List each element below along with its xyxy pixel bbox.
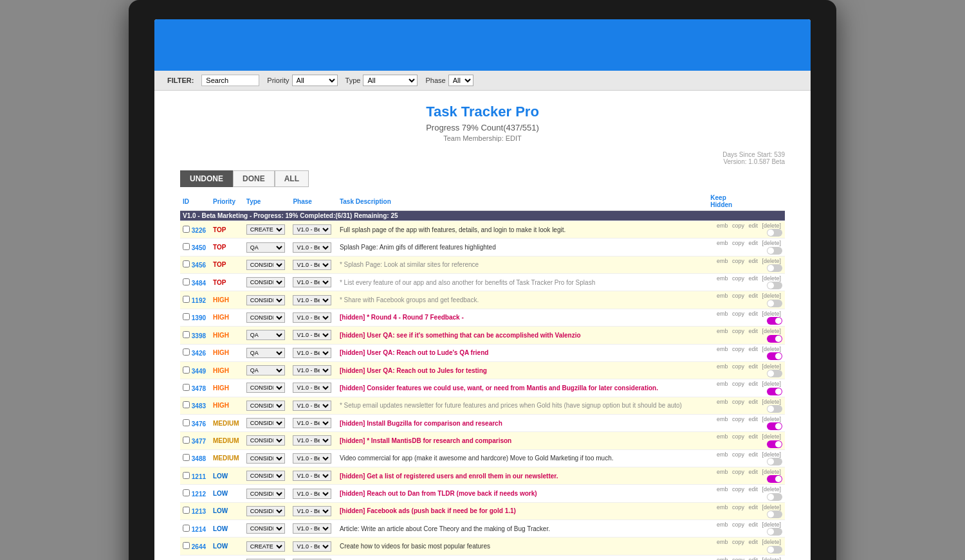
- emb-link[interactable]: emb: [717, 557, 728, 560]
- edit-link[interactable]: edit: [748, 311, 758, 317]
- copy-link[interactable]: copy: [732, 399, 744, 405]
- row-id[interactable]: 3226: [192, 227, 206, 234]
- emb-link[interactable]: emb: [717, 521, 728, 528]
- edit-link[interactable]: edit: [748, 433, 758, 440]
- row-type-select[interactable]: CREATEQABUGCONSIDER: [246, 453, 285, 464]
- edit-link[interactable]: edit: [748, 275, 758, 282]
- row-id[interactable]: 3488: [192, 455, 206, 462]
- row-id[interactable]: 3484: [192, 280, 206, 287]
- edit-link[interactable]: edit: [748, 399, 758, 405]
- copy-link[interactable]: copy: [732, 222, 744, 229]
- delete-link[interactable]: [delete]: [762, 433, 781, 440]
- delete-link[interactable]: [delete]: [762, 504, 781, 510]
- emb-link[interactable]: emb: [717, 311, 728, 317]
- row-type-select[interactable]: CREATEQABUGCONSIDER: [246, 277, 285, 287]
- row-phase-select[interactable]: V1.0 - Beta Marketing: [293, 506, 331, 516]
- row-phase-select[interactable]: V1.0 - Beta Marketing: [293, 295, 331, 305]
- emb-link[interactable]: emb: [717, 399, 728, 405]
- row-type-select[interactable]: CREATEQABUGCONSIDER: [246, 435, 285, 446]
- copy-link[interactable]: copy: [732, 258, 744, 264]
- row-toggle[interactable]: [767, 510, 782, 518]
- emb-link[interactable]: emb: [717, 363, 728, 370]
- row-checkbox[interactable]: [183, 401, 190, 408]
- edit-link[interactable]: edit: [748, 451, 758, 458]
- row-id[interactable]: 3426: [192, 350, 206, 357]
- row-checkbox[interactable]: [183, 542, 190, 549]
- emb-link[interactable]: emb: [717, 504, 728, 510]
- row-checkbox[interactable]: [183, 331, 190, 338]
- row-type-select[interactable]: CREATEQABUGCONSIDER: [246, 242, 285, 253]
- delete-link[interactable]: [delete]: [762, 311, 781, 317]
- edit-link[interactable]: edit: [748, 363, 758, 370]
- row-id[interactable]: 3478: [192, 385, 206, 392]
- row-checkbox[interactable]: [183, 525, 190, 532]
- delete-link[interactable]: [delete]: [762, 521, 781, 528]
- copy-link[interactable]: copy: [732, 381, 744, 387]
- emb-link[interactable]: emb: [717, 416, 728, 422]
- row-id[interactable]: 1211: [192, 473, 206, 480]
- row-checkbox[interactable]: [183, 419, 190, 426]
- row-toggle[interactable]: [767, 458, 782, 465]
- row-checkbox[interactable]: [183, 278, 190, 285]
- copy-link[interactable]: copy: [732, 557, 744, 560]
- tab-all[interactable]: ALL: [275, 170, 309, 187]
- row-checkbox[interactable]: [183, 472, 190, 479]
- emb-link[interactable]: emb: [717, 328, 728, 334]
- emb-link[interactable]: emb: [717, 293, 728, 299]
- row-phase-select[interactable]: V1.0 - Beta Marketing: [293, 260, 331, 270]
- row-toggle[interactable]: [767, 528, 782, 536]
- emb-link[interactable]: emb: [717, 451, 728, 458]
- row-checkbox[interactable]: [183, 507, 190, 514]
- edit-link[interactable]: edit: [748, 416, 758, 422]
- row-type-select[interactable]: CREATEQABUGCONSIDER: [246, 401, 285, 411]
- row-toggle[interactable]: [767, 422, 782, 430]
- search-input[interactable]: [201, 75, 259, 86]
- edit-link[interactable]: edit: [748, 539, 758, 545]
- row-checkbox[interactable]: [183, 489, 190, 496]
- row-checkbox[interactable]: [183, 243, 190, 250]
- emb-link[interactable]: emb: [717, 258, 728, 264]
- row-id[interactable]: 3456: [192, 262, 206, 269]
- copy-link[interactable]: copy: [732, 416, 744, 422]
- row-id[interactable]: 1390: [192, 314, 206, 321]
- tab-done[interactable]: DONE: [233, 170, 275, 187]
- row-phase-select[interactable]: V1.0 - Beta Marketing: [293, 471, 331, 481]
- edit-link[interactable]: edit: [748, 258, 758, 264]
- row-toggle[interactable]: [767, 335, 782, 343]
- row-toggle[interactable]: [767, 493, 782, 501]
- row-phase-select[interactable]: V1.0 - Beta Marketing: [293, 453, 331, 464]
- row-phase-select[interactable]: V1.0 - Beta Marketing: [293, 242, 331, 253]
- row-id[interactable]: 1212: [192, 491, 206, 498]
- delete-link[interactable]: [delete]: [762, 275, 781, 282]
- copy-link[interactable]: copy: [732, 486, 744, 492]
- copy-link[interactable]: copy: [732, 504, 744, 510]
- tab-undone[interactable]: UNDONE: [180, 170, 233, 187]
- delete-link[interactable]: [delete]: [762, 222, 781, 229]
- row-type-select[interactable]: CREATEQABUGCONSIDER: [246, 348, 285, 358]
- copy-link[interactable]: copy: [732, 275, 744, 282]
- row-id[interactable]: 3477: [192, 438, 206, 445]
- delete-link[interactable]: [delete]: [762, 346, 781, 352]
- emb-link[interactable]: emb: [717, 469, 728, 475]
- row-checkbox[interactable]: [183, 384, 190, 391]
- copy-link[interactable]: copy: [732, 328, 744, 334]
- row-checkbox[interactable]: [183, 348, 190, 356]
- delete-link[interactable]: [delete]: [762, 486, 781, 492]
- row-toggle[interactable]: [767, 317, 782, 325]
- row-phase-select[interactable]: V1.0 - Beta Marketing: [293, 435, 331, 446]
- edit-link[interactable]: edit: [748, 293, 758, 299]
- row-id[interactable]: 3449: [192, 368, 206, 375]
- row-type-select[interactable]: CREATEQABUGCONSIDER: [246, 471, 285, 481]
- row-phase-select[interactable]: V1.0 - Beta Marketing: [293, 330, 331, 340]
- row-id[interactable]: 1213: [192, 508, 206, 515]
- row-toggle[interactable]: [767, 300, 782, 307]
- row-checkbox[interactable]: [183, 366, 190, 374]
- row-checkbox[interactable]: [183, 313, 190, 320]
- copy-link[interactable]: copy: [732, 346, 744, 352]
- copy-link[interactable]: copy: [732, 363, 744, 370]
- row-phase-select[interactable]: V1.0 - Beta Marketing: [293, 541, 331, 552]
- row-toggle[interactable]: [767, 247, 782, 255]
- edit-link[interactable]: edit: [748, 504, 758, 510]
- emb-link[interactable]: emb: [717, 486, 728, 492]
- row-phase-select[interactable]: V1.0 - Beta Marketing: [293, 523, 331, 534]
